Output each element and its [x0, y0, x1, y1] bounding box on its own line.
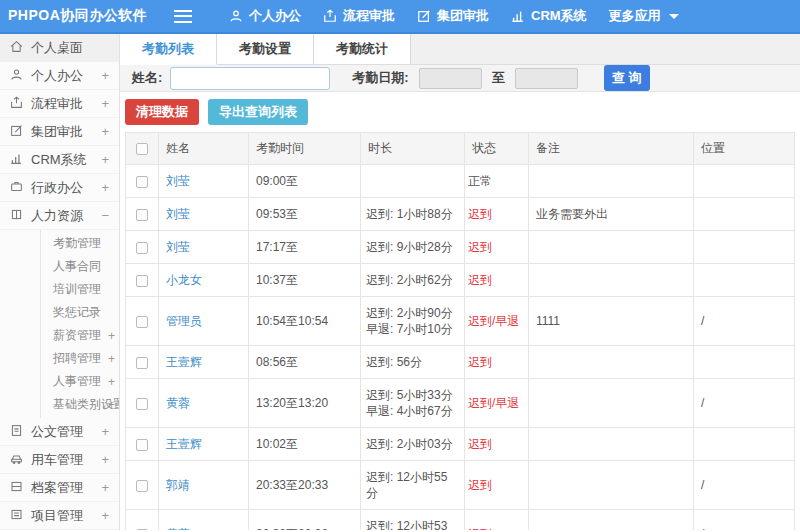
sidebar-subitem-recruit[interactable]: 招聘管理+	[41, 347, 119, 370]
note-cell: 业务需要外出	[529, 198, 694, 231]
book-icon	[10, 208, 23, 224]
name-filter-input[interactable]	[170, 67, 330, 90]
archive-icon	[10, 480, 23, 496]
location-cell	[694, 231, 795, 264]
nav-personal-office[interactable]: 个人办公	[218, 7, 312, 25]
employee-name-link[interactable]: 管理员	[166, 314, 202, 328]
sidebar-item-group-approval[interactable]: 集团审批 +	[0, 118, 119, 146]
employee-name-link[interactable]: 小龙女	[166, 273, 202, 287]
note-cell	[529, 428, 694, 461]
sidebar-subitem-personnel[interactable]: 人事管理+	[41, 370, 119, 393]
sidebar-item-personal-office[interactable]: 个人办公 +	[0, 62, 119, 90]
employee-name-link[interactable]: 刘莹	[166, 174, 190, 188]
location-cell: /	[694, 297, 795, 346]
duration-cell: 迟到: 2小时03分	[361, 428, 465, 461]
attendance-time: 10:37至	[249, 264, 361, 297]
employee-name-link[interactable]: 刘莹	[166, 240, 190, 254]
note-cell: 1111	[529, 297, 694, 346]
row-checkbox[interactable]	[136, 529, 148, 530]
status-text: 迟到	[468, 273, 492, 287]
attendance-time: 09:53至	[249, 198, 361, 231]
row-checkbox[interactable]	[136, 398, 148, 410]
sidebar-item-archive[interactable]: 档案管理 +	[0, 474, 119, 502]
date-to-input[interactable]	[515, 68, 578, 89]
sidebar-item-official-doc[interactable]: 公文管理 +	[0, 418, 119, 446]
hamburger-menu-icon[interactable]	[174, 10, 192, 23]
sidebar-item-project[interactable]: 项目管理 +	[0, 502, 119, 530]
sidebar-item-desktop[interactable]: 个人桌面	[0, 34, 119, 62]
status-text: 迟到	[468, 355, 492, 369]
query-button[interactable]: 查 询	[604, 65, 650, 91]
employee-name-link[interactable]: 黄蓉	[166, 396, 190, 410]
location-cell	[694, 428, 795, 461]
col-header-location: 位置	[694, 133, 795, 165]
attendance-time: 17:17至	[249, 231, 361, 264]
status-text: 迟到/早退	[468, 314, 519, 328]
status-text: 迟到	[468, 478, 492, 492]
note-cell	[529, 346, 694, 379]
table-header-row: 姓名 考勤时间 时长 状态 备注 位置	[126, 133, 795, 165]
tab-attendance-settings[interactable]: 考勤设置	[217, 34, 314, 64]
bar-chart-icon	[511, 9, 525, 23]
location-cell: /	[694, 379, 795, 428]
employee-name-link[interactable]: 王壹辉	[166, 355, 202, 369]
nav-crm-system[interactable]: CRM系统	[500, 7, 598, 25]
attendance-time: 13:20至13:20	[249, 379, 361, 428]
row-checkbox[interactable]	[136, 176, 148, 188]
duration-cell	[361, 165, 465, 198]
attendance-time: 20:33至20:33	[249, 461, 361, 510]
table-row: 刘莹 17:17至 迟到: 9小时28分 迟到	[126, 231, 795, 264]
tab-attendance-stats[interactable]: 考勤统计	[314, 34, 411, 64]
row-checkbox[interactable]	[136, 275, 148, 287]
row-checkbox[interactable]	[136, 480, 148, 492]
note-cell	[529, 510, 694, 531]
duration-cell: 迟到: 9小时28分	[361, 231, 465, 264]
col-header-name: 姓名	[159, 133, 249, 165]
nav-more-apps[interactable]: 更多应用	[598, 7, 690, 25]
export-list-button[interactable]: 导出查询列表	[208, 99, 308, 125]
row-checkbox[interactable]	[136, 316, 148, 328]
date-from-input[interactable]	[419, 68, 482, 89]
sidebar-item-admin-office[interactable]: 行政办公 +	[0, 174, 119, 202]
table-row: 王壹辉 10:02至 迟到: 2小时03分 迟到	[126, 428, 795, 461]
nav-workflow-approval[interactable]: 流程审批	[312, 7, 406, 25]
table-row: 郭靖 20:33至20:33 迟到: 12小时55分 迟到 /	[126, 461, 795, 510]
employee-name-link[interactable]: 刘莹	[166, 207, 190, 221]
hr-submenu: 考勤管理 人事合同 培训管理 奖惩记录 薪资管理+ 招聘管理+ 人事管理+ 基础…	[40, 230, 119, 418]
status-text: 迟到	[468, 527, 492, 530]
sidebar-subitem-rewards[interactable]: 奖惩记录	[41, 301, 119, 324]
note-cell	[529, 379, 694, 428]
document-icon	[10, 424, 23, 440]
table-row: 刘莹 09:00至 正常	[126, 165, 795, 198]
employee-name-link[interactable]: 黄蓉	[166, 527, 190, 530]
sidebar-subitem-base-category[interactable]: 基础类别设置+	[41, 393, 119, 416]
row-checkbox[interactable]	[136, 209, 148, 221]
row-checkbox[interactable]	[136, 439, 148, 451]
select-all-checkbox[interactable]	[136, 143, 148, 155]
duration-cell: 迟到: 2小时90分早退: 7小时10分	[361, 297, 465, 346]
sidebar-item-crm[interactable]: CRM系统 +	[0, 146, 119, 174]
car-icon	[10, 452, 23, 468]
row-checkbox[interactable]	[136, 242, 148, 254]
sidebar-item-workflow-approval[interactable]: 流程审批 +	[0, 90, 119, 118]
employee-name-link[interactable]: 王壹辉	[166, 437, 202, 451]
name-filter-label: 姓名:	[132, 69, 162, 87]
status-text: 迟到	[468, 437, 492, 451]
date-filter-label: 考勤日期:	[352, 69, 408, 87]
date-to-label: 至	[492, 69, 505, 87]
clear-data-button[interactable]: 清理数据	[125, 99, 199, 125]
sidebar-subitem-hr-contract[interactable]: 人事合同	[41, 255, 119, 278]
status-text: 正常	[468, 174, 492, 188]
row-checkbox[interactable]	[136, 357, 148, 369]
sidebar-subitem-salary[interactable]: 薪资管理+	[41, 324, 119, 347]
sidebar-item-vehicle[interactable]: 用车管理 +	[0, 446, 119, 474]
sidebar-item-hr[interactable]: 人力资源 −	[0, 202, 119, 230]
nav-group-approval[interactable]: 集团审批	[406, 7, 500, 25]
note-cell	[529, 231, 694, 264]
app-logo: PHPOA协同办公软件	[0, 7, 160, 25]
tab-attendance-list[interactable]: 考勤列表	[120, 34, 217, 65]
sidebar-subitem-attendance[interactable]: 考勤管理	[41, 232, 119, 255]
sidebar-subitem-training[interactable]: 培训管理	[41, 278, 119, 301]
duration-cell: 迟到: 2小时62分	[361, 264, 465, 297]
employee-name-link[interactable]: 郭靖	[166, 478, 190, 492]
